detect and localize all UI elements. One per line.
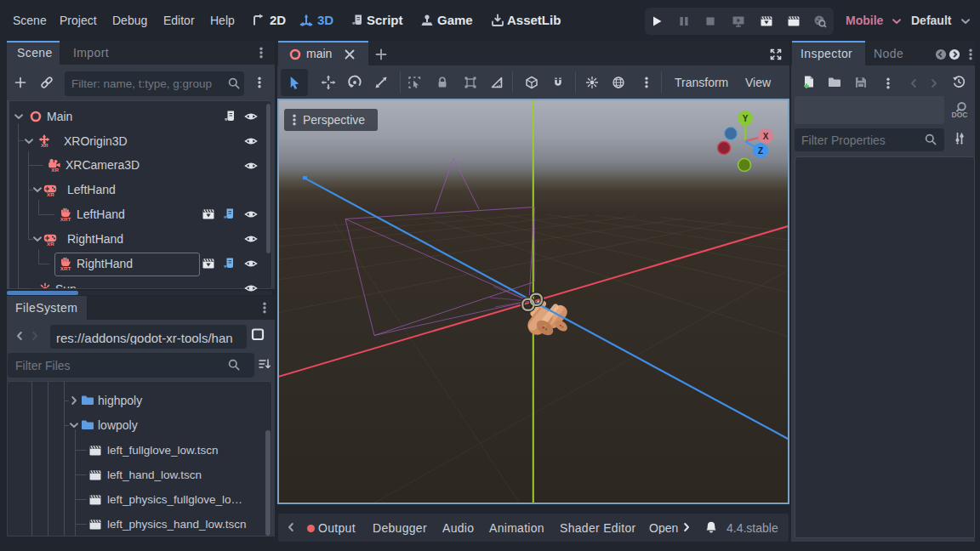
svg-text:Y: Y	[743, 114, 749, 123]
svg-text:X: X	[763, 132, 769, 141]
svg-text:DOC: DOC	[952, 111, 968, 118]
svg-text:Z: Z	[758, 146, 763, 156]
